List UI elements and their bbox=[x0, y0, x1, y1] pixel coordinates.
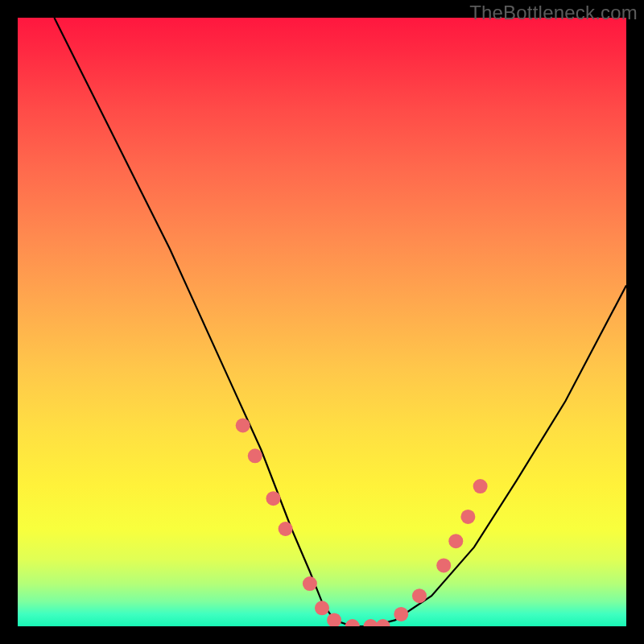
chart-svg bbox=[18, 18, 626, 626]
highlight-point bbox=[376, 619, 390, 626]
highlight-point bbox=[473, 479, 488, 493]
highlight-point bbox=[279, 522, 293, 536]
highlight-point bbox=[327, 613, 341, 626]
highlight-point bbox=[248, 448, 262, 463]
highlight-point bbox=[303, 576, 317, 591]
highlight-point bbox=[394, 607, 408, 621]
highlighted-points-group bbox=[236, 419, 488, 627]
highlight-point bbox=[266, 491, 281, 506]
watermark-text: TheBottleneck.com bbox=[469, 2, 638, 24]
chart-plot-area bbox=[18, 18, 626, 626]
highlight-point bbox=[236, 419, 250, 433]
highlight-point bbox=[315, 601, 329, 615]
highlight-point bbox=[448, 534, 463, 548]
bottleneck-curve-line bbox=[54, 18, 626, 626]
highlight-point bbox=[412, 588, 427, 603]
highlight-point bbox=[345, 619, 360, 626]
highlight-point bbox=[460, 510, 475, 524]
highlight-point bbox=[436, 558, 451, 572]
